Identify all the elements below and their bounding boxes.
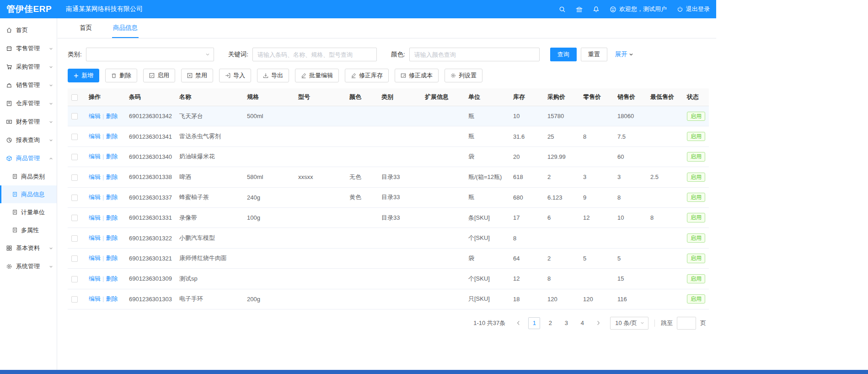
sidebar-item-product-info[interactable]: 商品信息: [0, 185, 57, 203]
delete-link[interactable]: 删除: [106, 153, 118, 160]
cell-barcode: 6901236301322: [125, 228, 176, 248]
delete-link[interactable]: 删除: [106, 173, 118, 180]
cell-category: [378, 289, 421, 309]
cell-retail-price: 120: [579, 289, 614, 309]
reset-button[interactable]: 重置: [581, 48, 607, 61]
import-button[interactable]: 导入: [219, 69, 251, 82]
page-button-4[interactable]: 4: [576, 317, 588, 329]
warehouse-book-icon: [6, 100, 12, 107]
disable-button[interactable]: 禁用: [181, 69, 213, 82]
row-checkbox[interactable]: [71, 255, 78, 262]
cell-unit: 瓶: [465, 126, 509, 146]
fix-cost-button[interactable]: 修正成本: [395, 69, 439, 82]
delete-link[interactable]: 删除: [106, 295, 118, 302]
sidebar-item-system[interactable]: 系统管理: [0, 257, 57, 276]
logout-button[interactable]: 退出登录: [677, 5, 710, 13]
row-checkbox[interactable]: [71, 276, 78, 282]
sidebar-item-basic-data[interactable]: 基本资料: [0, 239, 57, 257]
sidebar-item-product-category[interactable]: 商品类别: [0, 168, 57, 185]
delete-link[interactable]: 删除: [106, 194, 118, 201]
cell-purchase-price: 8: [544, 269, 579, 289]
cell-category: [378, 126, 421, 146]
search-icon[interactable]: [559, 6, 566, 13]
sidebar-item-warehouse[interactable]: 仓库管理: [0, 94, 57, 113]
row-checkbox[interactable]: [71, 154, 78, 160]
page-button-2[interactable]: 2: [544, 317, 556, 329]
jump-page-input[interactable]: [677, 317, 696, 330]
edit-link[interactable]: 编辑: [89, 173, 101, 180]
edit-link[interactable]: 编辑: [89, 275, 101, 282]
next-page-button[interactable]: [592, 317, 604, 329]
home-icon: [6, 27, 12, 33]
sidebar-item-reports[interactable]: 报表查询: [0, 131, 57, 149]
edit-link[interactable]: 编辑: [89, 234, 101, 241]
delete-link[interactable]: 删除: [106, 214, 118, 221]
expand-link[interactable]: 展开: [615, 50, 633, 59]
tab-home[interactable]: 首页: [79, 18, 93, 38]
column-settings-button[interactable]: 列设置: [445, 69, 482, 82]
sidebar-item-finance[interactable]: 财务管理: [0, 113, 57, 131]
home-bank-icon[interactable]: [576, 6, 583, 13]
delete-link[interactable]: 删除: [106, 234, 118, 241]
page-button-3[interactable]: 3: [560, 317, 572, 329]
category-select[interactable]: [86, 48, 214, 61]
fix-stock-button[interactable]: 修正库存: [345, 69, 389, 82]
row-checkbox[interactable]: [71, 174, 78, 181]
tab-product-info[interactable]: 商品信息: [112, 18, 139, 38]
edit-link[interactable]: 编辑: [89, 133, 101, 140]
row-checkbox[interactable]: [71, 134, 78, 140]
cell-stock: 64: [509, 248, 544, 268]
page-button-1[interactable]: 1: [528, 317, 540, 329]
cell-unit: 袋: [465, 248, 509, 268]
sidebar-item-purchase[interactable]: 采购管理: [0, 58, 57, 76]
delete-link[interactable]: 删除: [106, 113, 118, 119]
row-checkbox[interactable]: [71, 235, 78, 242]
edit-link[interactable]: 编辑: [89, 113, 101, 119]
sidebar-item-products[interactable]: 商品管理: [0, 149, 57, 168]
sidebar-item-retail[interactable]: 零售管理: [0, 39, 57, 58]
sidebar-item-home[interactable]: 首页: [0, 21, 57, 39]
row-checkbox[interactable]: [71, 195, 78, 201]
cell-retail-price: [579, 269, 614, 289]
enable-button[interactable]: 启用: [143, 69, 175, 82]
col-header-ext: 扩展信息: [421, 88, 465, 106]
cell-unit: 瓶: [465, 187, 509, 207]
sidebar-item-measure-unit[interactable]: 计量单位: [0, 203, 57, 221]
add-button[interactable]: 新增: [68, 69, 99, 82]
cell-category: 目录33: [378, 167, 421, 187]
cell-barcode: 6901236301309: [125, 269, 176, 289]
row-checkbox[interactable]: [71, 296, 78, 303]
edit-link[interactable]: 编辑: [89, 153, 101, 160]
user-menu[interactable]: 欢迎您，测试用户: [610, 5, 667, 13]
status-badge: 启用: [687, 132, 705, 141]
delete-link[interactable]: 删除: [106, 275, 118, 282]
row-checkbox[interactable]: [71, 113, 78, 119]
search-button[interactable]: 查询: [550, 48, 577, 61]
delete-button[interactable]: 删除: [105, 69, 137, 82]
edit-link[interactable]: 编辑: [89, 255, 101, 261]
prev-page-button[interactable]: [512, 317, 524, 329]
edit-link[interactable]: 编辑: [89, 194, 101, 201]
keyword-input[interactable]: [252, 48, 377, 61]
link-divider: |: [102, 234, 104, 241]
export-button[interactable]: 导出: [257, 69, 289, 82]
select-all-checkbox[interactable]: [71, 94, 78, 101]
batch-edit-button[interactable]: 批量编辑: [295, 69, 339, 82]
delete-link[interactable]: 删除: [106, 133, 118, 140]
cell-stock: 17: [509, 207, 544, 228]
sidebar-item-multi-attribute[interactable]: 多属性: [0, 221, 57, 239]
delete-link[interactable]: 删除: [106, 255, 118, 261]
link-divider: |: [102, 194, 104, 201]
page-size-select[interactable]: 10 条/页: [610, 317, 648, 330]
chevron-down-icon: [640, 321, 644, 325]
category-label: 类别:: [68, 50, 82, 59]
edit-link[interactable]: 编辑: [89, 214, 101, 221]
sidebar-item-sales[interactable]: 销售管理: [0, 76, 57, 94]
cell-spec: [243, 146, 295, 167]
edit-link[interactable]: 编辑: [89, 295, 101, 302]
bell-icon[interactable]: [593, 6, 600, 13]
row-checkbox[interactable]: [71, 215, 78, 221]
status-badge: 启用: [687, 173, 705, 182]
color-input[interactable]: [409, 48, 540, 61]
cell-color: [346, 106, 378, 126]
